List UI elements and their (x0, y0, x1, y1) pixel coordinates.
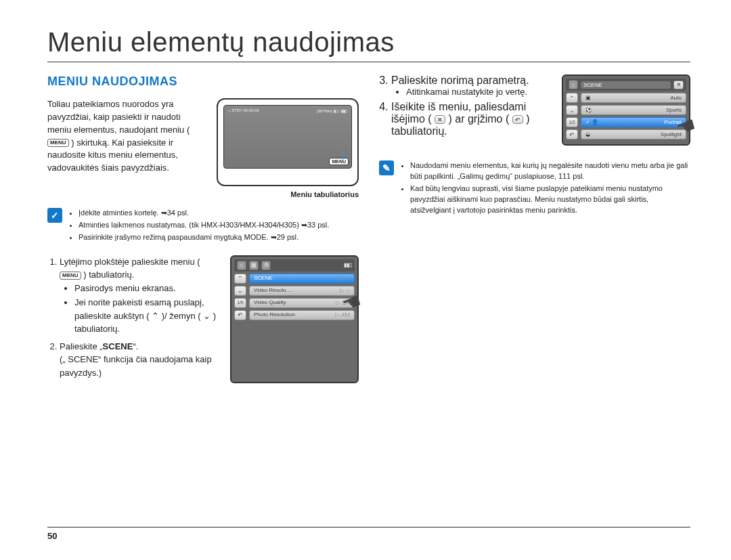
post-note-item: Naudodami meniu elementus, kai kurių jų … (410, 160, 690, 182)
step2-a: Palieskite „ (60, 341, 103, 351)
scene-sports[interactable]: ⚽Sports (581, 105, 686, 115)
steps-block-1: Lytėjimo plokštėje palieskite meniu ( ME… (47, 255, 359, 384)
pre-note-item: Įdėkite atminties kortelę. ➥34 psl. (79, 208, 359, 219)
menu-item-scene[interactable]: SCENE▷ ⌂ (249, 274, 355, 284)
down-button[interactable]: ⌄ (234, 286, 246, 296)
page-title: Meniu elementų naudojimas (47, 27, 690, 58)
step3-sub: Atitinkamai nustatykite jo vertę. (406, 87, 551, 97)
step3: Palieskite norimą parametrą. (391, 74, 529, 86)
menu-item-photo-res[interactable]: Photo Resolution▷ 4M (249, 310, 355, 320)
pre-note-box: ✓ Įdėkite atminties kortelę. ➥34 psl. At… (47, 208, 359, 244)
step4-b: ) ar grįžimo ( (448, 113, 509, 125)
device-frame: ⌂ STBY 00:00:00 [307Min] ◧□ ▮▮▯ MENU (217, 98, 359, 186)
step1-sub-item: Pasirodys meniu ekranas. (74, 282, 219, 295)
return-icon: ↶ (512, 115, 523, 124)
steps-text-2: Palieskite norimą parametrą. Atitinkamai… (379, 74, 551, 146)
callout-line (342, 149, 343, 161)
device-illustration: ⌂ STBY 00:00:00 [307Min] ◧□ ▮▮▯ MENU Men… (217, 98, 359, 198)
down-button[interactable]: ⌄ (566, 105, 578, 115)
tab-icon[interactable]: ⚙ (261, 261, 271, 270)
battery-icon: ▮▮▯ (344, 261, 352, 270)
scene-portrait[interactable]: ✓ 👤Portrait (581, 117, 686, 127)
pre-note-item: Atminties laikmenos nustatymas. (tik HMX… (79, 220, 359, 231)
page-indicator: 1/6 (234, 298, 246, 308)
menu-item-video-quality[interactable]: Video Quality▷ SF (249, 298, 355, 308)
pre-note-item: Pasirinkite įrašymo režimą paspausdami m… (79, 232, 359, 243)
step1-b: ) tabuliatorių. (83, 270, 134, 280)
post-note-item: Kad būtų lengviau suprasti, visi šiame p… (410, 184, 690, 216)
up-button[interactable]: ⌃ (566, 93, 578, 103)
right-column: Palieskite norimą parametrą. Atitinkamai… (379, 74, 690, 383)
mini2-title: SCENE (581, 81, 671, 89)
step-4: Išeikite iš meniu, paliesdami išėjimo ( … (391, 101, 551, 137)
menu-screenshot-2: ⌂ SCENE ✕ ⌃ ▣Auto ⌄ ⚽Sports 1/2 ✓ 👤Po (562, 74, 690, 146)
step2-bold: SCENE (103, 341, 133, 351)
menu-screenshot-1: ⌂ ▦ ⚙ ▮▮▯ ⌃ SCENE▷ ⌂ ⌄ Video Resolu…▷ ⌂ (230, 255, 359, 384)
up-button[interactable]: ⌃ (234, 274, 246, 284)
section-heading: MENIU NAUDOJIMAS (47, 74, 359, 89)
page-indicator: 1/2 (566, 117, 578, 127)
screen-right-status: [307Min] ◧□ ▮▮▯ (317, 108, 347, 113)
screen-left-status: ⌂ STBY 00:00:00 (228, 108, 259, 113)
tab-icon[interactable]: ▦ (249, 261, 259, 270)
step-2: Palieskite „SCENE“. („ SCENE“ funkcija č… (60, 340, 219, 380)
scene-spotlight[interactable]: ◒Spotlight (581, 129, 686, 139)
left-column: MENIU NAUDOJIMAS Toliau pateikiamos nuor… (47, 74, 359, 383)
step-3: Palieskite norimą parametrą. Atitinkamai… (391, 74, 551, 97)
footer-rule (47, 527, 690, 527)
step-1: Lytėjimo plokštėje palieskite meniu ( ME… (60, 255, 219, 336)
close-button[interactable]: ✕ (673, 81, 684, 89)
pre-note-list: Įdėkite atminties kortelę. ➥34 psl. Atmi… (69, 208, 359, 244)
screen-statusbar: ⌂ STBY 00:00:00 [307Min] ◧□ ▮▮▯ (224, 106, 351, 116)
steps-text-1: Lytėjimo plokštėje palieskite meniu ( ME… (47, 255, 219, 384)
step2-note: („ SCENE“ funkcija čia naudojama kaip pa… (60, 353, 219, 379)
step1-sub: Pasirodys meniu ekranas. Jei norite pake… (74, 282, 219, 336)
title-rule (47, 62, 690, 62)
menu-badge-inline: MENU (60, 272, 81, 280)
step1-a: Lytėjimo plokštėje palieskite meniu ( (60, 257, 200, 267)
intro-text: Toliau pateikiamos nuorodos yra pavyzdži… (47, 98, 204, 175)
intro-row: Toliau pateikiamos nuorodos yra pavyzdži… (47, 98, 359, 198)
mini1-header: ⌂ ▦ ⚙ ▮▮▯ (234, 259, 355, 272)
steps-block-2: Palieskite norimą parametrą. Atitinkamai… (379, 74, 690, 146)
tab-icon[interactable]: ⌂ (237, 261, 246, 270)
check-icon: ✓ (47, 208, 62, 223)
post-note-box: ✎ Naudodami meniu elementus, kai kurių j… (379, 160, 690, 217)
menu-badge: MENU (47, 139, 69, 147)
back-button[interactable]: ↶ (566, 129, 578, 139)
page-number: 50 (47, 531, 57, 541)
device-screen: ⌂ STBY 00:00:00 [307Min] ◧□ ▮▮▯ MENU (223, 105, 352, 169)
note-icon: ✎ (379, 160, 394, 175)
post-note-list: Naudodami meniu elementus, kai kurių jų … (401, 160, 690, 217)
home-icon[interactable]: ⌂ (569, 80, 578, 89)
content-columns: MENIU NAUDOJIMAS Toliau pateikiamos nuor… (47, 74, 690, 383)
back-button[interactable]: ↶ (234, 310, 246, 320)
intro-part1: Toliau pateikiamos nuorodos yra pavyzdži… (47, 99, 190, 135)
screen-menu-button[interactable]: MENU (329, 158, 349, 165)
device-caption: Meniu tabuliatorius (217, 190, 359, 198)
mini2-header: ⌂ SCENE ✕ (566, 79, 686, 91)
scene-auto[interactable]: ▣Auto (581, 93, 686, 103)
step1-sub-item: Jei norite pakeisti esamą puslapį, palie… (74, 296, 219, 336)
manual-page: Meniu elementų naudojimas MENIU NAUDOJIM… (0, 0, 731, 383)
step2-b: “. (133, 341, 138, 351)
close-icon: ✕ (435, 115, 445, 124)
